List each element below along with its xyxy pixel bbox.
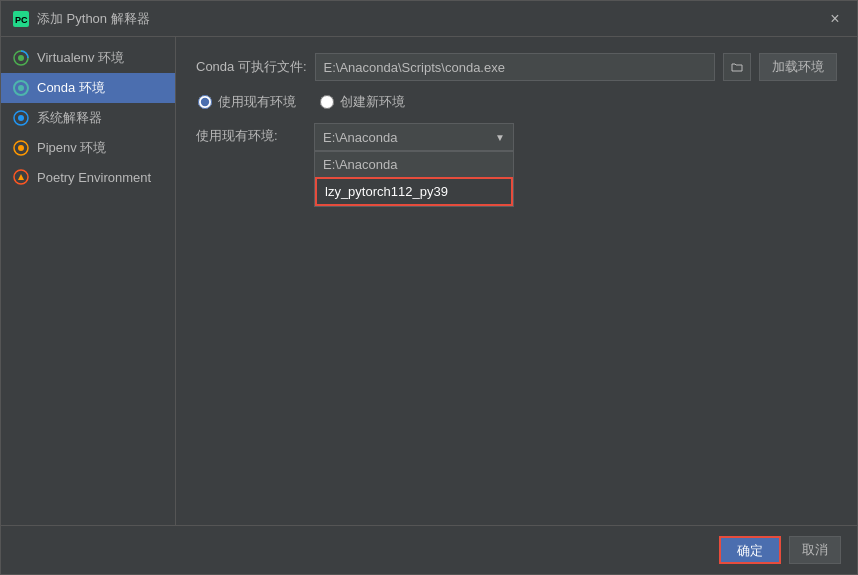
svg-point-5 — [18, 85, 24, 91]
conda-icon — [13, 80, 29, 96]
sidebar-label-conda: Conda 环境 — [37, 79, 105, 97]
dialog-title: 添加 Python 解释器 — [37, 10, 150, 28]
browse-folder-button[interactable] — [723, 53, 751, 81]
sidebar-item-conda[interactable]: Conda 环境 — [1, 73, 175, 103]
sidebar-label-pipenv: Pipenv 环境 — [37, 139, 106, 157]
virtualenv-icon — [13, 50, 29, 66]
sidebar-label-system: 系统解释器 — [37, 109, 102, 127]
close-button[interactable]: × — [825, 9, 845, 29]
sidebar-item-pipenv[interactable]: Pipenv 环境 — [1, 133, 175, 163]
chevron-down-icon: ▼ — [495, 132, 505, 143]
pipenv-icon — [13, 140, 29, 156]
sidebar: Virtualenv 环境 Conda 环境 系统解释器 — [1, 37, 176, 525]
env-dropdown-list: E:\Anaconda lzy_pytorch112_py39 — [314, 151, 514, 207]
create-new-label: 创建新环境 — [340, 93, 405, 111]
sidebar-item-poetry[interactable]: Poetry Environment — [1, 163, 175, 191]
dropdown-option-anaconda[interactable]: E:\Anaconda — [315, 152, 513, 177]
use-existing-radio[interactable] — [198, 95, 212, 109]
use-existing-radio-label[interactable]: 使用现有环境 — [198, 93, 296, 111]
radio-row: 使用现有环境 创建新环境 — [196, 93, 837, 111]
sidebar-item-virtualenv[interactable]: Virtualenv 环境 — [1, 43, 175, 73]
main-content: Conda 可执行文件: 加载环境 使用现有环境 创建新环境 — [176, 37, 857, 525]
dropdown-option-pytorch[interactable]: lzy_pytorch112_py39 — [315, 177, 513, 206]
svg-point-3 — [18, 55, 24, 61]
selected-env-value: E:\Anaconda — [323, 130, 397, 145]
create-new-radio-label[interactable]: 创建新环境 — [320, 93, 405, 111]
title-bar: PC 添加 Python 解释器 × — [1, 1, 857, 37]
existing-env-row: 使用现有环境: E:\Anaconda ▼ E:\Anaconda lzy_py… — [196, 123, 837, 151]
svg-point-7 — [18, 115, 24, 121]
title-bar-left: PC 添加 Python 解释器 — [13, 10, 150, 28]
folder-icon — [731, 61, 743, 73]
svg-point-9 — [18, 145, 24, 151]
dialog-body: Virtualenv 环境 Conda 环境 系统解释器 — [1, 37, 857, 525]
create-new-radio[interactable] — [320, 95, 334, 109]
sidebar-label-poetry: Poetry Environment — [37, 170, 151, 185]
ok-button[interactable]: 确定 — [719, 536, 781, 564]
conda-exe-row: Conda 可执行文件: 加载环境 — [196, 53, 837, 81]
poetry-icon — [13, 169, 29, 185]
system-icon — [13, 110, 29, 126]
existing-env-label: 使用现有环境: — [196, 123, 306, 145]
env-dropdown-container: E:\Anaconda ▼ E:\Anaconda lzy_pytorch112… — [314, 123, 514, 151]
sidebar-item-system[interactable]: 系统解释器 — [1, 103, 175, 133]
pycharm-logo-icon: PC — [13, 11, 29, 27]
conda-exe-label: Conda 可执行文件: — [196, 58, 307, 76]
load-env-button[interactable]: 加载环境 — [759, 53, 837, 81]
footer: 确定 取消 — [1, 525, 857, 574]
env-dropdown[interactable]: E:\Anaconda ▼ — [314, 123, 514, 151]
conda-exe-input[interactable] — [315, 53, 715, 81]
sidebar-label-virtualenv: Virtualenv 环境 — [37, 49, 124, 67]
svg-text:PC: PC — [15, 15, 28, 25]
cancel-button[interactable]: 取消 — [789, 536, 841, 564]
use-existing-label: 使用现有环境 — [218, 93, 296, 111]
add-interpreter-dialog: PC 添加 Python 解释器 × Virtualenv 环境 — [0, 0, 858, 575]
